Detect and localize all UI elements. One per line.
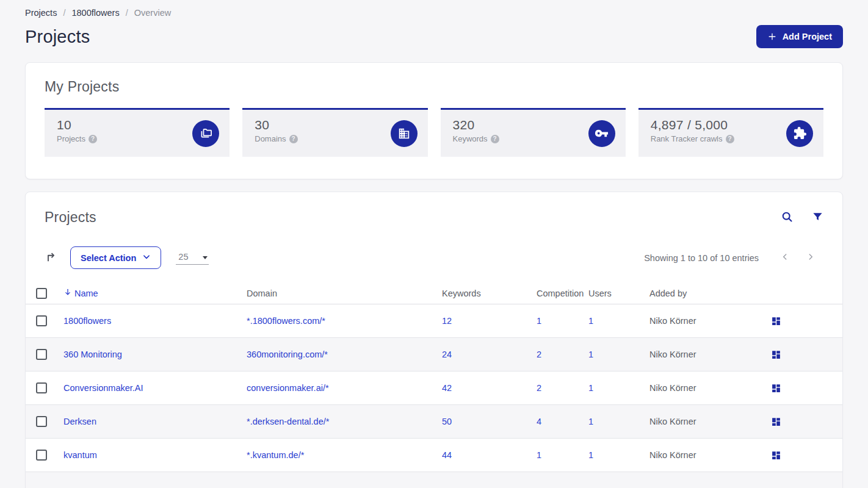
help-icon[interactable] — [726, 135, 734, 143]
prev-page-icon[interactable] — [772, 246, 798, 269]
column-header-name[interactable]: Name — [63, 288, 247, 298]
export-arrow-icon[interactable] — [45, 250, 58, 266]
added-by: Niko Körner — [649, 450, 771, 460]
dashboard-icon[interactable] — [771, 350, 842, 360]
project-domain-link[interactable]: *.kvantum.de/* — [247, 450, 304, 460]
stats-row: 10 Projects 30 Domains — [45, 108, 823, 157]
project-domain-link[interactable]: *.1800flowers.com/* — [247, 316, 325, 326]
stat-tile-keywords: 320 Keywords — [441, 108, 626, 157]
project-name-link[interactable]: 360 Monitoring — [63, 350, 122, 359]
breadcrumb: Projects / 1800flowers / Overview — [25, 0, 843, 18]
breadcrumb-projects[interactable]: Projects — [25, 8, 57, 18]
projects-page: Projects / 1800flowers / Overview Projec… — [0, 0, 868, 488]
my-projects-title: My Projects — [45, 79, 823, 95]
project-name-link[interactable]: Conversionmaker.AI — [63, 383, 143, 393]
table-row: Derksen *.derksen-dental.de/* 50 4 1 Nik… — [26, 405, 842, 439]
column-header-added-by[interactable]: Added by — [649, 289, 771, 298]
dashboard-icon[interactable] — [771, 383, 842, 393]
dashboard-icon[interactable] — [771, 316, 842, 326]
keywords-count: 12 — [442, 316, 537, 326]
page-size-value: 25 — [178, 252, 188, 262]
competition-count: 2 — [537, 350, 588, 359]
stat-tile-rank-tracker: 4,897 / 5,000 Rank Tracker crawls — [638, 108, 823, 157]
page-title: Projects — [25, 27, 90, 47]
row-checkbox[interactable] — [36, 382, 47, 393]
breadcrumb-1800flowers[interactable]: 1800flowers — [71, 8, 119, 18]
stat-label: Domains — [255, 134, 286, 143]
table-row: 360 Monitoring 360monitoring.com/* 24 2 … — [26, 338, 842, 371]
help-icon[interactable] — [89, 135, 97, 143]
users-count: 1 — [588, 350, 649, 359]
column-header-keywords[interactable]: Keywords — [442, 289, 537, 298]
keywords-count: 50 — [442, 417, 537, 426]
breadcrumb-separator: / — [126, 8, 128, 18]
competition-count: 1 — [537, 450, 588, 460]
project-name-link[interactable]: kvantum — [63, 450, 97, 460]
dashboard-icon[interactable] — [771, 450, 842, 461]
select-action-dropdown[interactable]: Select Action — [70, 246, 161, 269]
project-domain-link[interactable]: 360monitoring.com/* — [247, 350, 328, 359]
column-header-users[interactable]: Users — [588, 289, 649, 298]
added-by: Niko Körner — [649, 316, 771, 326]
added-by: Niko Körner — [649, 417, 771, 426]
add-project-button[interactable]: Add Project — [756, 25, 843, 48]
plus-icon — [767, 32, 777, 41]
table-row-partial — [26, 472, 842, 488]
stat-label: Projects — [57, 134, 85, 143]
projects-table-title: Projects — [45, 209, 96, 226]
project-name-link[interactable]: 1800flowers — [63, 316, 111, 326]
chevron-down-icon — [142, 253, 151, 263]
project-domain-link[interactable]: conversionmaker.ai/* — [247, 383, 329, 393]
filter-icon[interactable] — [812, 211, 823, 224]
column-header-domain[interactable]: Domain — [247, 289, 442, 298]
key-icon — [588, 120, 615, 147]
users-count: 1 — [588, 417, 649, 426]
added-by: Niko Körner — [649, 350, 771, 359]
keywords-count: 24 — [442, 350, 537, 359]
select-all-checkbox[interactable] — [36, 288, 47, 299]
users-count: 1 — [588, 383, 649, 393]
stat-label: Keywords — [453, 134, 488, 143]
competition-count: 4 — [537, 417, 588, 426]
stat-tile-projects: 10 Projects — [45, 108, 230, 157]
sort-descending-icon — [63, 288, 72, 298]
dashboard-icon[interactable] — [771, 417, 842, 427]
keywords-count: 44 — [442, 450, 537, 460]
column-header-competition[interactable]: Competition — [537, 289, 588, 298]
stat-tile-domains: 30 Domains — [242, 108, 427, 157]
added-by: Niko Körner — [649, 383, 771, 393]
row-checkbox[interactable] — [36, 450, 47, 461]
building-icon — [391, 120, 418, 147]
table-row: 1800flowers *.1800flowers.com/* 12 1 1 N… — [26, 304, 842, 338]
project-domain-link[interactable]: *.derksen-dental.de/* — [247, 417, 329, 426]
stacked-folders-icon — [192, 120, 219, 147]
help-icon[interactable] — [491, 135, 499, 143]
projects-table: Name Domain Keywords Competition Users A… — [26, 282, 842, 488]
showing-entries-text: Showing 1 to 10 of 10 entries — [644, 253, 759, 263]
stat-label: Rank Tracker crawls — [651, 134, 723, 143]
breadcrumb-overview: Overview — [134, 8, 171, 18]
project-name-link[interactable]: Derksen — [63, 417, 96, 426]
page-size-select[interactable]: 25 — [176, 251, 209, 265]
users-count: 1 — [588, 316, 649, 326]
select-action-label: Select Action — [81, 253, 136, 263]
table-row: kvantum *.kvantum.de/* 44 1 1 Niko Körne… — [26, 439, 842, 472]
my-projects-card: My Projects 10 Projects 30 Domai — [25, 62, 843, 179]
keywords-count: 42 — [442, 383, 537, 393]
search-icon[interactable] — [781, 210, 794, 225]
projects-table-card: Projects Select Action — [25, 192, 843, 488]
breadcrumb-separator: / — [63, 8, 65, 18]
competition-count: 2 — [537, 383, 588, 393]
table-row: Conversionmaker.AI conversionmaker.ai/* … — [26, 371, 842, 405]
row-checkbox[interactable] — [36, 416, 47, 427]
row-checkbox[interactable] — [36, 315, 47, 326]
row-checkbox[interactable] — [36, 349, 47, 360]
puzzle-icon — [786, 120, 813, 147]
table-header-row: Name Domain Keywords Competition Users A… — [26, 282, 842, 304]
competition-count: 1 — [537, 316, 588, 326]
add-project-label: Add Project — [783, 32, 832, 41]
caret-down-icon — [203, 256, 208, 259]
next-page-icon[interactable] — [798, 246, 823, 269]
users-count: 1 — [588, 450, 649, 460]
help-icon[interactable] — [289, 135, 298, 143]
